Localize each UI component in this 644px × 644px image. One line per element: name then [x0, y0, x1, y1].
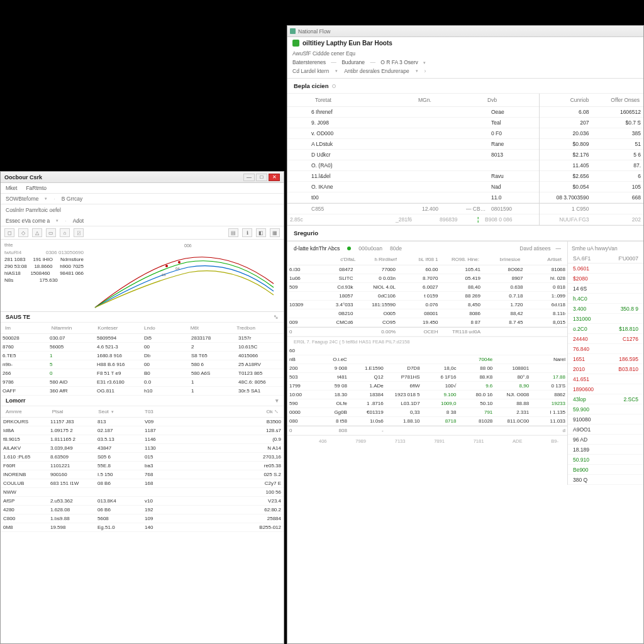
list-item[interactable]: 18.189 [568, 445, 643, 455]
table-row[interactable]: IdBA1.09175 202.1871187128.s7 [1, 426, 284, 435]
list-item[interactable]: 3.400350.8 9 [568, 304, 643, 314]
table-row[interactable]: OAFF360 AfROG.811h10130r.5 SA1 [1, 387, 284, 396]
table-row[interactable]: $2.6566 [540, 171, 643, 182]
table-row[interactable]: $0.054105 [540, 182, 643, 192]
table-row[interactable]: 0000Gg0B€013190,338 387912.331I 1.135 [287, 408, 567, 417]
tool-button[interactable]: ▤ [228, 228, 238, 237]
table-row[interactable]: 9786580 AIDE31 r3.61800.0148C.6: 8056 [1, 378, 284, 387]
chevron-down-icon[interactable]: ▾ [416, 69, 418, 74]
table-row[interactable]: 8760560054.6 521-300210.615C [1, 343, 284, 352]
chevron-down-icon[interactable]: ▾ [56, 218, 58, 223]
breadcrumb-item[interactable]: Batersterenes [292, 59, 326, 65]
table-row[interactable]: 0M819.598Eg.51.0140B255-012 [1, 523, 284, 532]
expand-icon[interactable]: ⤡ [274, 409, 279, 414]
sort-icon[interactable]: ▾ [111, 409, 114, 414]
table-row[interactable]: 0B210O00508001808688,428.11b [287, 309, 567, 318]
list-item[interactable]: 76.840 [568, 344, 643, 354]
table-row[interactable]: 6.i30084727700060.00105.418O06281068 [287, 265, 567, 274]
tool-button[interactable]: ℹ [242, 228, 252, 237]
table-row[interactable]: 180570dC106t 015988 2690.7.181:.099 [287, 292, 567, 301]
table-row[interactable]: 0808 t581i.0s61.88.10871881028811.0C0011… [287, 417, 567, 426]
tool-button[interactable]: ▭ [46, 228, 56, 237]
dropdown[interactable]: SOWBteforne [6, 196, 38, 202]
table-row[interactable]: 11.40587. [540, 160, 643, 171]
table-row[interactable]: 10:0018.30183841923 018 59.10080.0 16NJl… [287, 391, 567, 399]
table-row[interactable]: 1.610 :PL658.63509S05 60152703,16 [1, 453, 284, 462]
table-row[interactable]: 590OLfe1 .8716L03.1D71009,050.1088.88192… [287, 399, 567, 408]
list-item[interactable]: 2010B03.810 [568, 364, 643, 374]
list-item[interactable]: Be900 [568, 465, 643, 475]
breadcrumb-item[interactable]: O R FA 3 Oserv [380, 59, 418, 65]
list-item[interactable]: 24440C1276 [568, 334, 643, 344]
list-item[interactable]: $2080 [568, 274, 643, 284]
table-row[interactable]: 20.036385 [540, 128, 643, 139]
table-row[interactable]: 2660F8 51 T e9B0580 A6ST0123 865 [1, 369, 284, 378]
table-row[interactable]: 503t481Q12P781HS6 1F1688.K880°.817.88 [287, 373, 567, 382]
titlebar[interactable]: National Flow [287, 26, 643, 37]
list-item[interactable]: 5.0601 [568, 264, 643, 274]
table-row[interactable]: D Udkcr8013 [287, 150, 539, 160]
breadcrumb-item[interactable]: Budurane [341, 59, 365, 65]
table-row[interactable]: 6.081606512 [540, 107, 643, 118]
menu-item[interactable]: FaRtmto [26, 185, 47, 191]
list-item[interactable]: 59.900 [568, 404, 643, 414]
list-item[interactable]: h.4C0 [568, 294, 643, 304]
table-row[interactable]: nBO.i.eC7004eNarel [287, 355, 567, 364]
table-row[interactable]: 179959 081.ADe6fiW100√9.68,900 13'S [287, 382, 567, 391]
close-button[interactable]: ✕ [269, 174, 280, 181]
tool-button[interactable]: ⌂ [60, 228, 70, 237]
tool-button[interactable]: ◻ [4, 228, 14, 237]
table-row[interactable]: F60R110122155E.8ba3re05.38 [1, 462, 284, 470]
table-row[interactable]: 009CMCd6CO9519.4508 878.7 458,015 [287, 318, 567, 327]
maximize-button[interactable]: □ [256, 174, 267, 181]
list-item[interactable]: 1890600 [568, 384, 643, 394]
tool-button[interactable]: ◧ [256, 228, 266, 237]
line-chart[interactable]: 006 63 04 [87, 240, 284, 311]
titlebar[interactable]: Oocbour Csrk — □ ✕ [1, 172, 284, 183]
table-row[interactable]: 500028030.075809594Di528331783157r [1, 334, 284, 343]
list-item[interactable]: 380 Q [568, 475, 643, 485]
list-item[interactable]: 910080 [568, 414, 643, 425]
table-row[interactable]: C8001.bs9.88560810925884 [1, 514, 284, 523]
table-row[interactable]: AILAKV3.039,849438471130N A14 [1, 444, 284, 453]
table-row[interactable]: 2009 0081.E1590D7D818,0c88 00108801 [287, 364, 567, 373]
table-row[interactable]: A LDstukRane [287, 139, 539, 150]
chevron-down-icon[interactable]: ▾ [423, 60, 426, 65]
expand-icon[interactable]: ⤡ [274, 314, 279, 320]
list-item[interactable]: 43lop2.SC5 [568, 394, 643, 404]
minimize-icon[interactable]: — [556, 245, 562, 252]
table-row[interactable]: 42801.628.0806 B619262:80.2 [1, 506, 284, 514]
tab[interactable]: 000u0oan [358, 245, 382, 252]
dropdown[interactable]: B Grrcay [62, 196, 83, 202]
chevron-down-icon[interactable]: ▾ [45, 196, 47, 201]
table-row[interactable]: 08 3.7003590668 [540, 192, 643, 203]
table-row[interactable]: 509Cd.93kNlOL 4.0L6.002788,400.6380 818 [287, 283, 567, 292]
dropdown[interactable]: Essec eVa come a [6, 218, 50, 224]
chevron-down-icon[interactable]: ▾ [275, 397, 279, 404]
table-row[interactable]: n9b-5H88 B.6 91600580 625 A18RV [1, 360, 284, 369]
button[interactable]: Adot [73, 218, 84, 224]
table-row[interactable]: $0.80951 [540, 139, 643, 150]
table-row[interactable]: $2.1765 6 [540, 150, 643, 160]
table-row[interactable]: f8.90151.811165 203.5.131146(0.9 [1, 435, 284, 444]
table-row[interactable]: NWW100 56 [1, 488, 284, 497]
list-item[interactable]: o.2C0$18.810 [568, 324, 643, 334]
minimize-button[interactable]: — [243, 174, 255, 181]
dropdown[interactable]: Cd Lardel ktern [292, 68, 329, 74]
list-item[interactable]: 131000 [568, 314, 643, 324]
tab[interactable]: 80de [390, 245, 402, 252]
tab[interactable]: Davd atisees [519, 245, 550, 252]
table-row[interactable]: 103093.4°033181:155900.0768,4501.7206d.t… [287, 301, 567, 309]
chevron-down-icon[interactable]: ▾ [335, 69, 338, 74]
table-row[interactable]: AfSP2.u53.362013.8K4v10V23.4 [1, 497, 284, 506]
table-row[interactable]: 9. J098Teal [287, 118, 539, 128]
tab[interactable]: d-latte kdnThr Abcs [294, 245, 340, 252]
chevron-right-icon[interactable]: › [425, 68, 426, 74]
list-item[interactable]: 1651186.595 [568, 354, 643, 364]
tool-button[interactable]: ▦ [270, 228, 280, 237]
list-item[interactable]: 41.651 [568, 374, 643, 384]
tool-button[interactable]: △ [32, 228, 42, 237]
tool-button[interactable]: ⍁ [74, 228, 84, 237]
table-row[interactable]: 6 IhrenefOeae [287, 107, 539, 118]
table-row[interactable]: v. OD0000 F0 [287, 128, 539, 139]
